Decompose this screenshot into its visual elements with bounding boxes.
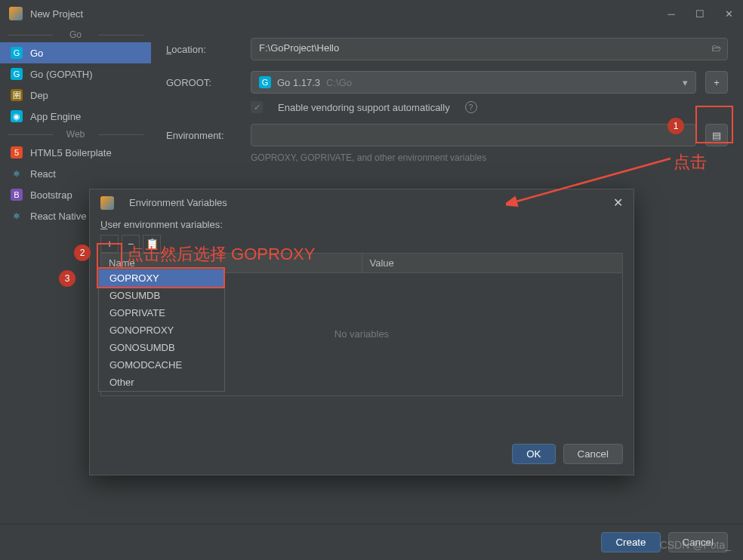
badge-2: 2 xyxy=(74,245,91,261)
goroot-dropdown[interactable]: G Go 1.17.3 C:\Go xyxy=(251,71,696,94)
appengine-icon: ◉ xyxy=(11,110,23,122)
annotation-text-1: 点击 xyxy=(674,151,707,174)
sidebar-item-label: Go (GOPATH) xyxy=(30,69,93,80)
create-button[interactable]: Create xyxy=(601,532,660,552)
badge-3: 3 xyxy=(59,270,76,287)
sidebar-item-label: Go xyxy=(30,48,43,59)
go-icon: G xyxy=(11,68,23,80)
go-icon: G xyxy=(11,47,23,59)
popup-item-goprivate[interactable]: GOPRIVATE xyxy=(99,304,224,322)
annotation-arrow xyxy=(506,149,687,210)
environment-input[interactable] xyxy=(251,124,696,146)
badge-1: 1 xyxy=(667,118,684,134)
location-input[interactable]: F:\GoProject\Hello 🗁 xyxy=(251,38,728,60)
goroot-path: C:\Go xyxy=(326,77,352,88)
sidebar-item-gopath[interactable]: G Go (GOPATH) xyxy=(0,63,151,85)
close-button[interactable]: ✕ xyxy=(723,8,734,19)
sidebar-item-label: App Engine xyxy=(30,111,81,122)
help-icon[interactable]: ? xyxy=(465,101,477,113)
footer: Create Cancel xyxy=(0,524,743,560)
sidebar-item-label: HTML5 Boilerplate xyxy=(30,147,112,158)
react-icon: ⚛ xyxy=(11,210,23,222)
dialog-ok-button[interactable]: OK xyxy=(512,444,555,464)
location-value: F:\GoProject\Hello xyxy=(259,42,339,54)
sidebar-item-label: Bootstrap xyxy=(30,189,72,201)
sidebar-item-label: Dep xyxy=(30,90,48,101)
col-value[interactable]: Value xyxy=(362,254,623,272)
user-env-label: User environment variables: xyxy=(100,219,623,230)
vendoring-checkbox[interactable]: ✓ xyxy=(251,101,263,113)
sidebar-section-web: Web xyxy=(0,127,151,142)
sidebar-item-go[interactable]: G Go xyxy=(0,42,151,63)
svg-line-0 xyxy=(513,158,671,202)
watermark: CSDN @Pota_ xyxy=(660,539,731,551)
add-goroot-button[interactable]: + xyxy=(705,71,728,94)
titlebar: New Project ─ ☐ ✕ xyxy=(0,0,743,27)
vendoring-label: Enable vendoring support automatically xyxy=(278,102,450,113)
sidebar-item-appengine[interactable]: ◉ App Engine xyxy=(0,106,151,127)
html5-icon: 5 xyxy=(11,146,23,158)
app-icon xyxy=(9,7,23,20)
go-icon: G xyxy=(259,76,271,88)
environment-label: Environment: xyxy=(166,130,242,141)
sidebar-item-label: React Native xyxy=(30,211,86,222)
folder-icon[interactable]: 🗁 xyxy=(711,42,721,54)
window-title: New Project xyxy=(30,8,666,20)
dep-icon: 圉 xyxy=(11,89,23,101)
popup-item-gonoproxy[interactable]: GONOPROXY xyxy=(99,322,224,339)
sidebar-item-label: React xyxy=(30,168,56,180)
sidebar-item-react[interactable]: ⚛ React xyxy=(0,163,151,184)
popup-item-gonosumdb[interactable]: GONOSUMDB xyxy=(99,339,224,356)
env-variable-popup: GOPROXY GOSUMDB GOPRIVATE GONOPROXY GONO… xyxy=(98,269,225,392)
goroot-label: GOROOT: xyxy=(166,77,242,88)
react-icon: ⚛ xyxy=(11,168,23,180)
sidebar-item-dep[interactable]: 圉 Dep xyxy=(0,85,151,106)
add-variable-button[interactable]: + xyxy=(100,235,119,253)
app-icon xyxy=(100,196,114,210)
dialog-title: Environment Variables xyxy=(129,197,227,208)
popup-item-gosumdb[interactable]: GOSUMDB xyxy=(99,287,224,304)
goroot-value: Go 1.17.3 xyxy=(277,77,320,88)
minimize-button[interactable]: ─ xyxy=(666,8,677,19)
bootstrap-icon: B xyxy=(11,189,23,201)
popup-item-gomodcache[interactable]: GOMODCACHE xyxy=(99,356,224,374)
dialog-cancel-button[interactable]: Cancel xyxy=(563,444,624,464)
sidebar-section-go: Go xyxy=(0,27,151,42)
maximize-button[interactable]: ☐ xyxy=(695,8,705,19)
environment-browse-button[interactable]: ▤ xyxy=(705,124,728,146)
annotation-text-2: 点击然后选择 GOPROXY xyxy=(127,243,315,266)
popup-item-other[interactable]: Other xyxy=(99,374,224,391)
location-label: Location: xyxy=(166,44,242,55)
popup-item-goproxy[interactable]: GOPROXY xyxy=(99,269,224,287)
sidebar-item-html5[interactable]: 5 HTML5 Boilerplate xyxy=(0,142,151,163)
empty-text: No variables xyxy=(335,328,389,340)
